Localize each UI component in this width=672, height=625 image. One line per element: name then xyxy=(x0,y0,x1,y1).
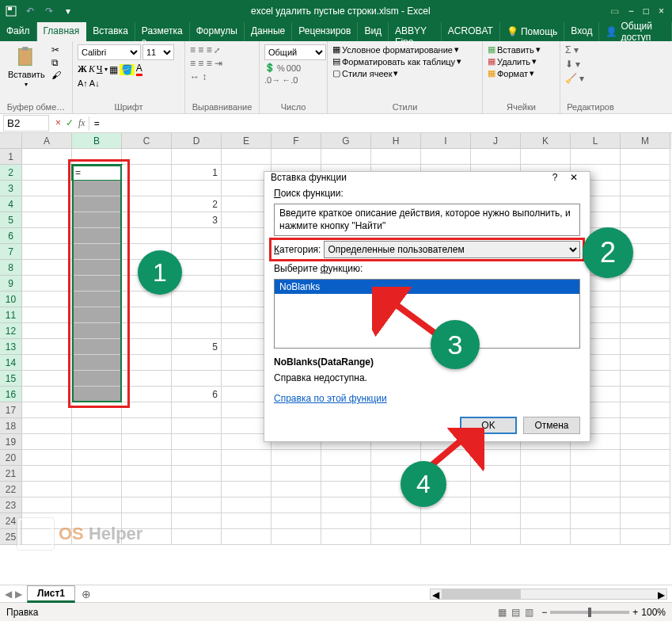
cell-H25[interactable] xyxy=(371,529,421,545)
cell-M25[interactable] xyxy=(621,529,670,545)
row-header-16[interactable]: 16 xyxy=(0,387,22,402)
qat-dropdown-icon[interactable]: ▾ xyxy=(62,5,74,17)
cell-B5[interactable] xyxy=(72,212,122,228)
minimize-button[interactable]: − xyxy=(628,6,634,17)
cell-D21[interactable] xyxy=(172,466,222,482)
function-help-link[interactable]: Справка по этой функции xyxy=(274,393,580,404)
decrease-font-icon[interactable]: A↓ xyxy=(89,78,100,88)
cancel-icon[interactable]: × xyxy=(55,117,61,129)
cell-C12[interactable] xyxy=(122,323,172,339)
cell-G20[interactable] xyxy=(321,450,371,466)
bold-button[interactable]: Ж xyxy=(78,63,87,75)
cell-F24[interactable] xyxy=(271,513,321,529)
cell-B17[interactable] xyxy=(72,402,122,418)
cell-C23[interactable] xyxy=(122,497,172,513)
redo-icon[interactable]: ↷ xyxy=(43,5,55,17)
decrease-decimal-icon[interactable]: ←.0 xyxy=(282,75,298,85)
cell-C20[interactable] xyxy=(122,450,172,466)
cell-C21[interactable] xyxy=(122,466,172,482)
number-format[interactable]: Общий xyxy=(264,44,326,60)
cell-B1[interactable] xyxy=(72,149,122,165)
format-cells[interactable]: ▦ Формат ▾ xyxy=(488,68,534,78)
cell-C13[interactable] xyxy=(122,339,172,355)
cell-G1[interactable] xyxy=(321,149,371,165)
cell-J1[interactable] xyxy=(471,149,521,165)
autosum-icon[interactable]: Σ ▾ xyxy=(565,44,579,55)
view-pagelayout-icon[interactable]: ▤ xyxy=(511,607,520,618)
dialog-help-icon[interactable]: ? xyxy=(545,172,564,183)
cell-L1[interactable] xyxy=(571,149,621,165)
cell-M22[interactable] xyxy=(621,482,670,497)
cell-B14[interactable] xyxy=(72,355,122,371)
tab-data[interactable]: Данные xyxy=(245,22,292,41)
cancel-button[interactable]: Отмена xyxy=(523,417,580,434)
cell-B10[interactable] xyxy=(72,292,122,307)
border-icon[interactable]: ▦ xyxy=(109,64,118,75)
cell-C2[interactable] xyxy=(122,165,172,181)
cell-H24[interactable] xyxy=(371,513,421,529)
cut-icon[interactable]: ✂ xyxy=(51,44,61,55)
cell-M1[interactable] xyxy=(621,149,670,165)
cell-C6[interactable] xyxy=(122,228,172,244)
cell-G25[interactable] xyxy=(321,529,371,545)
cell-M23[interactable] xyxy=(621,497,670,513)
col-header-M[interactable]: M xyxy=(621,133,670,149)
cell-A10[interactable] xyxy=(22,292,72,307)
row-header-20[interactable]: 20 xyxy=(0,450,22,466)
cell-E23[interactable] xyxy=(222,497,271,513)
sheet-nav-next[interactable]: ▶ xyxy=(15,589,22,600)
cell-A17[interactable] xyxy=(22,402,72,418)
cell-A4[interactable] xyxy=(22,196,72,212)
tab-file[interactable]: Файл xyxy=(0,22,37,41)
cell-C5[interactable] xyxy=(122,212,172,228)
cell-C14[interactable] xyxy=(122,355,172,371)
cell-E1[interactable] xyxy=(222,149,271,165)
cell-F23[interactable] xyxy=(271,497,321,513)
cell-M10[interactable] xyxy=(621,292,670,307)
cell-C17[interactable] xyxy=(122,402,172,418)
cell-D13[interactable]: 5 xyxy=(172,339,222,355)
cell-G21[interactable] xyxy=(321,466,371,482)
row-header-9[interactable]: 9 xyxy=(0,276,22,292)
cell-K21[interactable] xyxy=(521,466,571,482)
cell-M18[interactable] xyxy=(621,418,670,434)
cell-M17[interactable] xyxy=(621,402,670,418)
row-header-21[interactable]: 21 xyxy=(0,466,22,482)
cell-D24[interactable] xyxy=(172,513,222,529)
cell-M2[interactable] xyxy=(621,165,670,181)
paste-button[interactable]: Вставить ▾ xyxy=(5,44,48,90)
enter-icon[interactable]: ✓ xyxy=(66,117,74,129)
cell-M16[interactable] xyxy=(621,387,670,402)
cell-F22[interactable] xyxy=(271,482,321,497)
row-header-7[interactable]: 7 xyxy=(0,244,22,260)
horizontal-scrollbar[interactable]: ◀▶ xyxy=(97,589,672,600)
tell-me[interactable]: 💡Помощь xyxy=(500,22,564,41)
cell-L20[interactable] xyxy=(571,450,621,466)
cell-B8[interactable] xyxy=(72,260,122,276)
cell-F1[interactable] xyxy=(271,149,321,165)
cell-E21[interactable] xyxy=(222,466,271,482)
percent-icon[interactable]: % xyxy=(277,63,285,73)
search-function-input[interactable]: Введите краткое описание действия, котор… xyxy=(274,204,580,236)
cell-D12[interactable] xyxy=(172,323,222,339)
cell-G22[interactable] xyxy=(321,482,371,497)
cell-C4[interactable] xyxy=(122,196,172,212)
underline-button[interactable]: Ч xyxy=(97,63,103,75)
cell-A11[interactable] xyxy=(22,307,72,323)
cell-D3[interactable] xyxy=(172,181,222,196)
currency-icon[interactable]: 💲 xyxy=(264,63,275,73)
cell-A7[interactable] xyxy=(22,244,72,260)
cell-A16[interactable] xyxy=(22,387,72,402)
row-header-13[interactable]: 13 xyxy=(0,339,22,355)
cell-D1[interactable] xyxy=(172,149,222,165)
cell-F25[interactable] xyxy=(271,529,321,545)
font-size[interactable]: 11 xyxy=(142,44,174,60)
fill-color-icon[interactable]: 🪣 xyxy=(120,64,135,75)
col-header-C[interactable]: C xyxy=(122,133,172,149)
dialog-close-icon[interactable]: ✕ xyxy=(564,172,583,183)
row-header-11[interactable]: 11 xyxy=(0,307,22,323)
row-header-6[interactable]: 6 xyxy=(0,228,22,244)
cell-C18[interactable] xyxy=(122,418,172,434)
sheet-nav-prev[interactable]: ◀ xyxy=(5,589,12,600)
row-header-22[interactable]: 22 xyxy=(0,482,22,497)
